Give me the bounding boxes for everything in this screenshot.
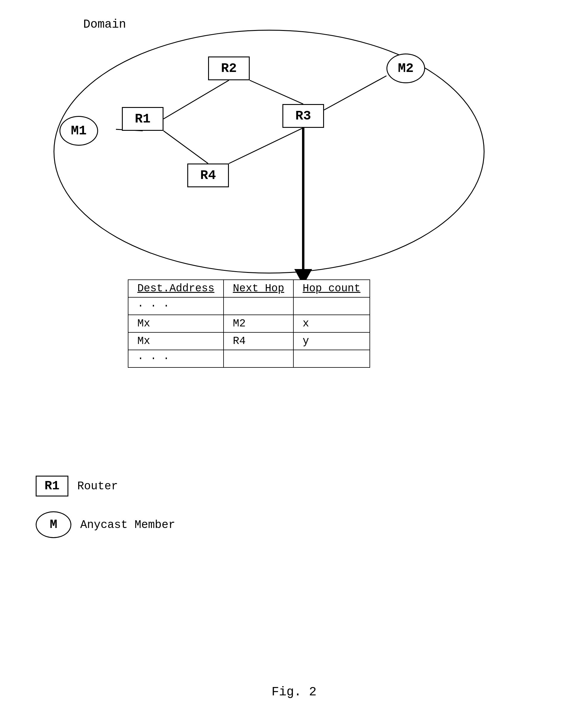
legend-area: R1 Router M Anycast Member	[36, 476, 175, 553]
nexthop-cell: M2	[224, 315, 293, 332]
legend-member-text: Anycast Member	[80, 518, 175, 531]
diagram-area: Domain R2 R1	[24, 12, 559, 324]
dest-cell: Mx	[128, 315, 224, 332]
table-row: · · ·	[128, 297, 370, 315]
domain-label: Domain	[83, 18, 126, 31]
legend-member-item: M Anycast Member	[36, 511, 175, 538]
nexthop-cell: R4	[224, 332, 293, 350]
legend-router-box: R1	[36, 476, 68, 496]
router-r4: R4	[187, 164, 229, 187]
page-container: Domain R2 R1	[0, 0, 588, 723]
router-r2: R2	[208, 57, 250, 80]
nexthop-cell	[224, 297, 293, 315]
legend-router-item: R1 Router	[36, 476, 175, 496]
dest-cell: · · ·	[128, 297, 224, 315]
router-r1: R1	[122, 107, 164, 131]
table-row: · · ·	[128, 350, 370, 367]
routing-table: Dest.Address Next Hop Hop count · · · Mx…	[128, 279, 370, 368]
table-row: Mx R4 y	[128, 332, 370, 350]
col-hopcount-header: Hop count	[293, 280, 370, 297]
hopcount-cell	[293, 350, 370, 367]
legend-member-ellipse: M	[36, 511, 71, 538]
dest-cell: Mx	[128, 332, 224, 350]
legend-router-text: Router	[77, 480, 118, 493]
col-dest-header: Dest.Address	[128, 280, 224, 297]
hopcount-cell	[293, 297, 370, 315]
member-m2: M2	[386, 54, 425, 83]
table-row: Mx M2 x	[128, 315, 370, 332]
router-r3: R3	[282, 104, 324, 128]
fig-label: Fig. 2	[271, 685, 316, 699]
member-m1: M1	[60, 116, 98, 146]
col-nexthop-header: Next Hop	[224, 280, 293, 297]
nexthop-cell	[224, 350, 293, 367]
hopcount-cell: y	[293, 332, 370, 350]
hopcount-cell: x	[293, 315, 370, 332]
dest-cell: · · ·	[128, 350, 224, 367]
